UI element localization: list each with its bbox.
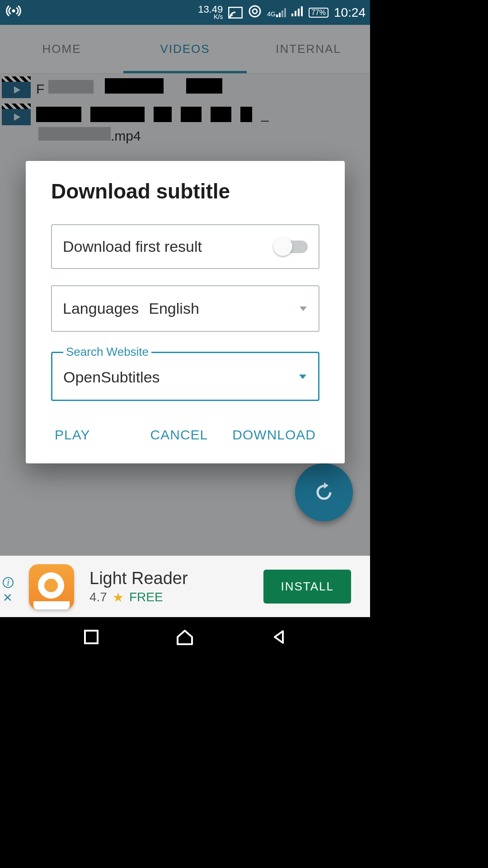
dialog-actions: PLAY CANCEL DOWNLOAD — [51, 421, 319, 449]
download-first-result-row[interactable]: Download first result — [51, 224, 319, 269]
screen: 13.49 K/s 4G 77% 10:24 HOME VIDEOS — [0, 0, 370, 658]
languages-label: Languages — [63, 300, 139, 317]
svg-point-3 — [253, 9, 257, 14]
svg-rect-8 — [291, 14, 293, 16]
navigation-bar — [0, 617, 370, 658]
svg-rect-9 — [295, 11, 296, 16]
download-first-label: Download first result — [63, 238, 202, 255]
svg-rect-10 — [298, 9, 300, 16]
ad-title: Light Reader — [89, 569, 263, 588]
ad-price: FREE — [129, 590, 163, 604]
download-button[interactable]: DOWNLOAD — [229, 421, 319, 449]
search-website-label: Search Website — [63, 345, 151, 359]
download-subtitle-dialog: Download subtitle Download first result … — [26, 161, 345, 463]
ad-banner[interactable]: i ✕ Light Reader 4.7 ★ FREE INSTALL — [0, 556, 370, 617]
home-button[interactable] — [176, 629, 194, 647]
svg-point-2 — [249, 6, 260, 17]
ad-close-icon[interactable]: ✕ — [3, 591, 13, 605]
network-speed: 13.49 K/s — [198, 5, 223, 19]
star-icon: ★ — [113, 590, 124, 605]
svg-rect-12 — [85, 631, 98, 643]
play-button[interactable]: PLAY — [51, 421, 94, 449]
ad-text: Light Reader 4.7 ★ FREE — [89, 569, 263, 605]
refresh-fab[interactable] — [295, 463, 353, 521]
recent-apps-button[interactable] — [84, 629, 99, 646]
back-button[interactable] — [271, 629, 286, 646]
install-button[interactable]: INSTALL — [263, 570, 351, 604]
ad-rating: 4.7 — [89, 590, 107, 604]
ad-info-icon[interactable]: i — [3, 577, 14, 588]
svg-rect-6 — [282, 10, 283, 17]
languages-value: English — [149, 300, 199, 317]
chevron-down-icon — [300, 304, 307, 313]
battery-indicator: 77% — [309, 8, 328, 18]
dialog-title: Download subtitle — [51, 179, 319, 203]
clock: 10:24 — [334, 5, 366, 20]
languages-dropdown[interactable]: Languages English — [51, 285, 319, 332]
signal-icon — [291, 6, 303, 19]
hotspot-icon — [5, 4, 23, 21]
search-website-dropdown[interactable]: Search Website OpenSubtitles — [51, 352, 319, 401]
search-website-value: OpenSubtitles — [63, 368, 160, 386]
svg-rect-5 — [279, 13, 281, 17]
svg-rect-11 — [301, 6, 303, 16]
cancel-button[interactable]: CANCEL — [147, 421, 212, 449]
cast-icon — [228, 7, 243, 19]
mobile-data-icon: 4G — [267, 8, 286, 17]
portable-hotspot-icon — [248, 5, 262, 21]
svg-rect-4 — [276, 14, 278, 17]
ad-app-icon — [29, 564, 74, 609]
svg-rect-7 — [284, 8, 286, 17]
chevron-down-icon — [299, 372, 306, 381]
download-first-toggle[interactable] — [274, 241, 308, 253]
svg-point-0 — [12, 9, 15, 13]
status-bar: 13.49 K/s 4G 77% 10:24 — [0, 0, 370, 25]
